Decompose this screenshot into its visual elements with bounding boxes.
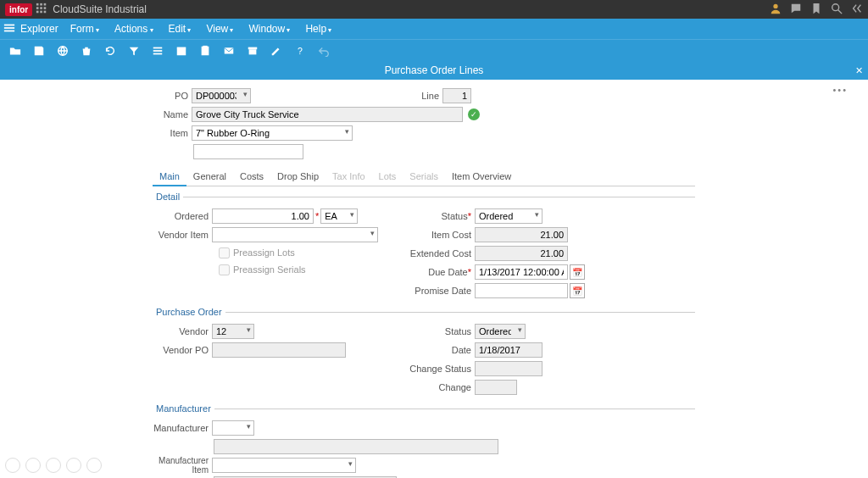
uom-field[interactable] xyxy=(320,208,358,224)
svg-line-11 xyxy=(838,10,842,14)
svg-rect-5 xyxy=(44,7,47,9)
item-label: Item xyxy=(0,128,192,138)
menu-actions[interactable]: Actions xyxy=(114,23,153,35)
menu-edit[interactable]: Edit xyxy=(169,23,192,35)
menubar: Explorer Form Actions Edit View Window H… xyxy=(0,19,868,39)
app-grid-icon[interactable] xyxy=(36,3,47,16)
menu-form[interactable]: Form xyxy=(70,23,99,35)
save-icon[interactable] xyxy=(29,42,49,59)
svg-rect-22 xyxy=(203,45,207,47)
calendar-icon[interactable] xyxy=(171,42,192,59)
tab-tax-info: Tax Info xyxy=(326,168,372,186)
form-title: Purchase Order Lines xyxy=(0,64,868,76)
toolbar: ? xyxy=(0,39,868,61)
item-field[interactable] xyxy=(192,125,353,141)
ordered-label: Ordered xyxy=(153,211,212,221)
calendar-picker-icon-2[interactable]: 📅 xyxy=(570,283,585,298)
search-icon[interactable] xyxy=(831,3,843,16)
undo-icon[interactable] xyxy=(314,42,334,59)
help-icon[interactable]: ? xyxy=(290,42,310,59)
open-icon[interactable] xyxy=(5,42,25,59)
mfr-item-label: Manufacturer Item xyxy=(153,456,212,475)
edit-icon[interactable] xyxy=(266,42,287,59)
mfr-item-field[interactable] xyxy=(212,458,356,473)
ordered-field[interactable] xyxy=(212,208,314,224)
list-icon[interactable] xyxy=(147,42,168,59)
tab-drop-ship[interactable]: Drop Ship xyxy=(270,168,326,186)
mfr-desc-field xyxy=(214,439,498,454)
svg-rect-24 xyxy=(248,47,258,49)
svg-rect-1 xyxy=(40,3,42,6)
menu-view[interactable]: View xyxy=(206,23,233,35)
po-group: Purchase Order Vendor Vendor PO Status xyxy=(153,307,695,398)
svg-rect-16 xyxy=(153,47,163,48)
bookmark-icon[interactable] xyxy=(810,3,822,16)
mfr-field[interactable] xyxy=(212,420,254,436)
more-options-icon[interactable]: ••• xyxy=(832,85,848,95)
calendar-picker-icon[interactable]: 📅 xyxy=(570,264,585,280)
globe-icon[interactable] xyxy=(53,42,73,59)
valid-icon: ✓ xyxy=(468,108,480,120)
tab-item-overview[interactable]: Item Overview xyxy=(445,168,518,186)
preassign-serials-checkbox[interactable]: Preassign Serials xyxy=(153,261,407,278)
detail-legend: Detail xyxy=(153,192,183,202)
svg-rect-17 xyxy=(153,50,163,52)
clipboard-icon[interactable] xyxy=(195,42,215,59)
detail-group: Detail Ordered * Vendor Item Preassign L… xyxy=(153,192,695,302)
vendor-po-field xyxy=(212,342,346,358)
due-date-field[interactable] xyxy=(475,264,568,280)
tab-general[interactable]: General xyxy=(186,168,233,186)
menu-help[interactable]: Help xyxy=(305,23,331,35)
item-cost-label: Item Cost xyxy=(407,230,475,240)
mail-icon[interactable] xyxy=(219,42,239,59)
svg-rect-7 xyxy=(40,11,42,14)
svg-rect-8 xyxy=(44,11,47,14)
svg-rect-25 xyxy=(249,49,257,54)
form-header: Purchase Order Lines ✕ xyxy=(0,61,868,80)
close-icon[interactable]: ✕ xyxy=(855,65,863,76)
archive-icon[interactable] xyxy=(242,42,263,59)
svg-rect-3 xyxy=(36,7,39,9)
chat-icon[interactable] xyxy=(790,3,802,16)
name-field xyxy=(192,107,463,122)
user-icon[interactable] xyxy=(770,3,782,16)
po-status-label: Status xyxy=(407,326,475,336)
change-status-field xyxy=(475,361,542,376)
status-field[interactable] xyxy=(475,208,542,224)
tab-main[interactable]: Main xyxy=(153,168,186,186)
svg-point-10 xyxy=(832,4,839,11)
mfr-legend: Manufacturer xyxy=(153,403,214,414)
tab-costs[interactable]: Costs xyxy=(233,168,270,186)
menu-window[interactable]: Window xyxy=(248,23,290,35)
delete-icon[interactable] xyxy=(76,42,97,59)
svg-text:?: ? xyxy=(298,45,303,55)
filter-icon[interactable] xyxy=(124,42,144,59)
po-label: PO xyxy=(0,91,192,101)
due-date-label: Due Date xyxy=(407,267,475,277)
collapse-icon[interactable] xyxy=(851,3,863,16)
mfr-label: Manufacturer xyxy=(153,423,212,433)
tabs: Main General Costs Drop Ship Tax Info Lo… xyxy=(153,168,695,186)
ext-cost-field xyxy=(475,246,568,261)
svg-rect-12 xyxy=(4,24,14,25)
po-field[interactable] xyxy=(192,88,251,103)
vendor-field[interactable] xyxy=(212,324,254,339)
mfr-group: Manufacturer Manufacturer Manufacturer I… xyxy=(153,403,695,478)
name-label: Name xyxy=(0,109,192,119)
hamburger-icon[interactable] xyxy=(3,22,15,36)
explorer-label[interactable]: Explorer xyxy=(20,23,58,35)
infor-logo: infor xyxy=(5,3,32,16)
preassign-lots-checkbox[interactable]: Preassign Lots xyxy=(153,244,407,261)
item-cost-field xyxy=(475,227,568,242)
svg-rect-14 xyxy=(4,30,14,31)
app-title: CloudSuite Industrial xyxy=(53,3,147,15)
promise-date-field[interactable] xyxy=(475,283,568,298)
vendor-item-field[interactable] xyxy=(212,227,378,242)
po-status-field[interactable] xyxy=(475,324,526,339)
po-legend: Purchase Order xyxy=(153,307,225,317)
change-label: Change xyxy=(407,382,475,392)
refresh-icon[interactable] xyxy=(100,42,120,59)
vendor-item-label: Vendor Item xyxy=(153,230,212,240)
footer-indicators xyxy=(5,458,102,473)
item-extra-field[interactable] xyxy=(193,144,303,159)
